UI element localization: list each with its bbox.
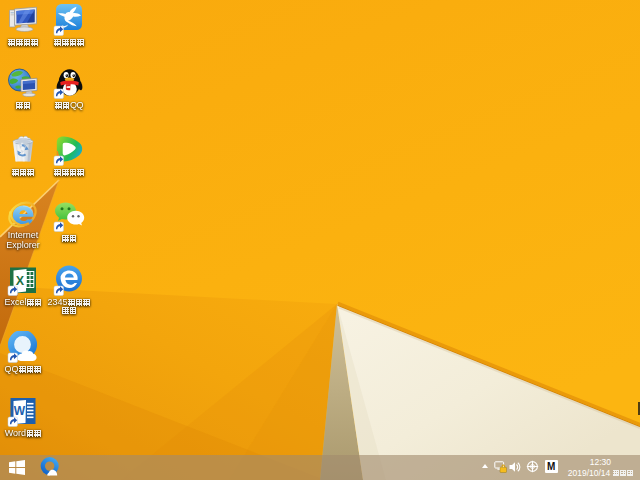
svg-text:W: W — [14, 404, 26, 418]
svg-text:X: X — [16, 274, 25, 288]
